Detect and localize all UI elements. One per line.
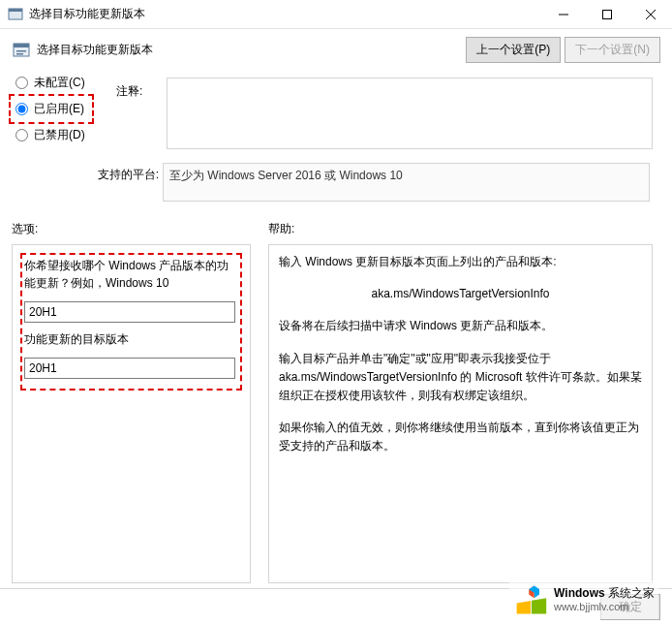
product-version-input[interactable] xyxy=(24,301,235,323)
help-text-2: 设备将在后续扫描中请求 Windows 更新产品和版本。 xyxy=(279,317,642,335)
help-text-link: aka.ms/WindowsTargetVersionInfo xyxy=(279,285,642,303)
comment-area xyxy=(167,78,658,152)
watermark-url: www.bjjmlv.com xyxy=(554,601,655,613)
window-title: 选择目标功能更新版本 xyxy=(29,6,541,22)
help-text-4: 如果你输入的值无效，则你将继续使用当前版本，直到你将该值更正为受支持的产品和版本… xyxy=(279,419,642,455)
radio-not-configured[interactable] xyxy=(15,77,28,89)
minimize-button[interactable] xyxy=(541,0,585,29)
watermark-site: 系统之家 xyxy=(608,586,655,600)
svg-marker-10 xyxy=(517,601,531,614)
radio-not-configured-label: 未配置(C) xyxy=(34,75,85,91)
radio-enabled-label: 已启用(E) xyxy=(34,101,84,117)
radio-enabled[interactable] xyxy=(15,103,28,115)
comment-textarea[interactable] xyxy=(167,78,653,149)
help-text-1: 输入 Windows 更新目标版本页面上列出的产品和版本: xyxy=(279,253,642,271)
next-setting-button[interactable]: 下一个设置(N) xyxy=(565,37,660,63)
platform-label: 支持的平台: xyxy=(95,163,163,183)
watermark-brand: Windows xyxy=(554,586,605,600)
options-label: 选项: xyxy=(12,221,268,237)
radio-disabled[interactable] xyxy=(15,129,28,141)
mid-labels: 选项: 帮助: xyxy=(12,221,658,237)
radio-enabled-row: 已启用(E) xyxy=(12,97,91,121)
platform-value: 至少为 Windows Server 2016 或 Windows 10 xyxy=(163,163,650,202)
windows-logo-icon xyxy=(513,582,548,617)
svg-rect-3 xyxy=(602,10,611,18)
target-version-input[interactable] xyxy=(24,358,235,379)
help-label: 帮助: xyxy=(268,221,294,237)
svg-rect-8 xyxy=(16,50,26,52)
titlebar: 选择目标功能更新版本 xyxy=(0,0,672,29)
app-icon xyxy=(8,7,23,22)
target-version-label: 功能更新的目标版本 xyxy=(24,330,238,348)
help-text-3: 输入目标产品并单击"确定"或"应用"即表示我接受位于 aka.ms/Window… xyxy=(279,350,642,406)
help-panel: 输入 Windows 更新目标版本页面上列出的产品和版本: aka.ms/Win… xyxy=(268,244,653,583)
radio-disabled-label: 已禁用(D) xyxy=(34,127,85,143)
product-version-question: 你希望接收哪个 Windows 产品版本的功能更新？例如，Windows 10 xyxy=(24,257,238,292)
svg-rect-7 xyxy=(14,44,29,47)
options-highlight: 你希望接收哪个 Windows 产品版本的功能更新？例如，Windows 10 … xyxy=(20,253,242,391)
svg-rect-9 xyxy=(16,53,23,55)
page-title: 选择目标功能更新版本 xyxy=(37,42,466,58)
watermark: Windows 系统之家 www.bjjmlv.com xyxy=(509,580,658,619)
maximize-button[interactable] xyxy=(585,0,628,29)
close-button[interactable] xyxy=(628,0,672,29)
nav-buttons: 上一个设置(P) 下一个设置(N) xyxy=(466,37,660,63)
svg-rect-1 xyxy=(9,9,22,12)
header-row: 选择目标功能更新版本 上一个设置(P) 下一个设置(N) xyxy=(0,29,672,67)
options-inner: 你希望接收哪个 Windows 产品版本的功能更新？例如，Windows 10 … xyxy=(13,245,250,398)
window-controls xyxy=(541,0,672,29)
platform-row: 支持的平台: 至少为 Windows Server 2016 或 Windows… xyxy=(95,163,650,202)
comment-label: 注释: xyxy=(116,83,142,100)
prev-setting-button[interactable]: 上一个设置(P) xyxy=(466,37,561,63)
policy-icon xyxy=(12,41,31,60)
watermark-text: Windows 系统之家 www.bjjmlv.com xyxy=(554,586,655,613)
svg-marker-11 xyxy=(532,598,546,613)
options-panel: 你希望接收哪个 Windows 产品版本的功能更新？例如，Windows 10 … xyxy=(12,244,251,583)
